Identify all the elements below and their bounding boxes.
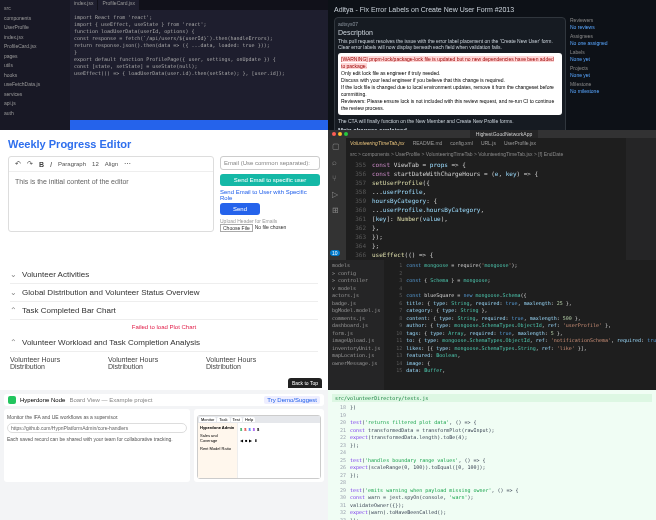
file-item[interactable]: api.js [2,99,68,109]
search-icon[interactable]: ⌕ [332,158,342,168]
file-item[interactable]: mapLocation.js [330,352,382,360]
file-item[interactable]: > controller [330,277,382,285]
close-icon[interactable] [332,132,336,136]
choose-file-button[interactable]: Choose File [220,224,253,232]
column-headers: Volunteer Hours Distribution Volunteer H… [10,356,318,370]
prev-icon[interactable]: ◀ [240,438,243,443]
bold-icon[interactable]: B [39,161,44,168]
file-item[interactable]: dashboard.js [330,322,382,330]
paragraph-select[interactable]: Paragraph [58,161,86,167]
file-item[interactable]: useFetchData.js [2,80,68,90]
browser-preview: Monitor Task Test Help Hyperdone Admin S… [197,415,321,479]
file-item[interactable]: components [2,14,68,24]
file-explorer[interactable]: src components UserProfile index.jsx Pro… [0,0,70,130]
browser-tab[interactable]: Test [231,417,242,422]
file-item[interactable]: comments.js [330,315,382,323]
fontsize-select[interactable]: 12 [92,161,99,167]
editor-content[interactable]: This is the initial content of the edito… [9,172,213,191]
file-item[interactable]: services [2,90,68,100]
align-select[interactable]: Align [105,161,118,167]
back-to-top-button[interactable]: Back to Top [288,378,322,388]
accordion-row[interactable]: ⌃Volunteer Workload and Task Completion … [10,334,318,352]
preview-card: Monitor Task Test Help Hyperdone Admin S… [194,409,324,482]
zoom-icon[interactable] [344,132,348,136]
pause-icon[interactable]: ⏸ [254,438,258,443]
url-input[interactable]: https://github.com/HypnPlatformAdmin/cor… [7,423,187,433]
file-item[interactable]: src [2,4,68,14]
scm-badge[interactable]: 10 [330,250,340,256]
github-pr-page: Aditya - Fix Error Labels on Create New … [328,0,656,130]
more-icon[interactable]: ⋯ [124,160,131,168]
file-item[interactable]: actors.js [330,292,382,300]
browser-tab[interactable]: Task [217,417,229,422]
next-icon[interactable]: ▶ [249,438,252,443]
browser-tab[interactable]: Help [243,417,255,422]
chevron-up-icon: ⌃ [10,306,22,315]
editor-tab[interactable]: URL.js [477,138,500,150]
editor-tab[interactable]: README.md [409,138,447,150]
accordion-row[interactable]: ⌃Task Completed Bar Chart [10,302,318,320]
debug-icon[interactable]: ▷ [332,190,342,200]
alert-line: Discuss with your lead engineer if you b… [341,77,505,83]
editor-tab[interactable]: ProfileCard.jsx [98,0,139,10]
sidebar-heading[interactable]: Milestone [570,81,650,87]
stop-icon[interactable]: ■ [245,438,247,443]
sidebar-item[interactable]: Rent Model Ratio [200,446,235,451]
file-item[interactable]: imageUpload.js [330,337,382,345]
editor-tab[interactable]: config.xml [446,138,477,150]
file-item[interactable]: utils [2,61,68,71]
file-item[interactable]: pages [2,52,68,62]
file-item[interactable]: hooks [2,71,68,81]
file-item[interactable]: badge.js [330,300,382,308]
sidebar-heading[interactable]: Reviewers [570,17,650,23]
file-explorer[interactable]: models> config> controllerv models actor… [328,260,384,390]
minimap[interactable] [626,138,656,260]
breadcrumb[interactable]: src > components > UserProfile > Volunte… [346,150,626,158]
file-item[interactable]: ownerMessage.js [330,360,382,368]
sidebar-heading[interactable]: Projects [570,65,650,71]
description-heading: Description [338,29,562,36]
git-icon[interactable]: ⑂ [332,174,342,184]
italic-icon[interactable]: I [50,161,52,168]
code-area[interactable]: 355const ViewTab = props => {356 const s… [346,158,626,260]
files-icon[interactable]: ▢ [332,142,342,152]
file-item[interactable]: form.js [330,330,382,338]
status-bar[interactable] [70,120,328,130]
file-item[interactable]: index.jsx [2,33,68,43]
main-card: Monitor the IFA and UE workflows as a su… [4,409,190,482]
send-specific-button[interactable]: Send Email to specific user [220,174,320,186]
comment-author[interactable]: adtsys07 [338,21,562,27]
file-item[interactable]: auth [2,109,68,119]
undo-icon[interactable]: ↶ [15,160,21,168]
extensions-icon[interactable]: ⊞ [332,206,342,216]
code-area[interactable]: 18 })1920 test('returns filtered plot da… [332,404,652,520]
note-text: Monitor the IFA and UE workflows as a su… [7,414,187,420]
file-item[interactable]: ProfileCard.jsx [2,42,68,52]
sidebar-heading[interactable]: Labels [570,49,650,55]
vscode-dark-editor: src components UserProfile index.jsx Pro… [0,0,328,130]
alert-line: [WARNING] pnpm-lock/package-lock file is… [341,56,554,69]
email-input[interactable]: Email (Use common separated): [220,156,320,170]
sidebar-item[interactable]: Sales and Coverage [200,433,235,443]
file-tab[interactable]: src/volunteerDirectory/tests.js [332,394,652,402]
file-item[interactable]: UserProfile [2,23,68,33]
send-role-link[interactable]: Send Email to User with Specific Role [220,189,320,201]
code-area[interactable]: 1const mongoose = require('mongoose');23… [384,260,656,390]
accordion-row[interactable]: ⌄Volunteer Activities [10,266,318,284]
accordion-row[interactable]: ⌄Global Distribution and Volunteer Statu… [10,284,318,302]
send-button[interactable]: Send [220,203,260,215]
file-item[interactable]: inventoryUnit.js [330,345,382,353]
code-area[interactable]: import React from 'react'; import { useE… [70,10,328,120]
file-item[interactable]: bgModel.model.js [330,307,382,315]
file-item[interactable]: > config [330,270,382,278]
browser-tab[interactable]: Monitor [199,417,216,422]
file-item[interactable]: v models [330,285,382,293]
editor-tab[interactable]: index.jsx [70,0,97,10]
sidebar-heading[interactable]: Assignees [570,33,650,39]
demo-badge[interactable]: Try Demo/Suggest [264,396,320,404]
minimize-icon[interactable] [338,132,342,136]
editor-tab[interactable]: VolunteeringTimeTab.jsx [346,138,409,150]
editor-tab[interactable]: UserProfile.jsx [500,138,540,150]
redo-icon[interactable]: ↷ [27,160,33,168]
file-item[interactable]: models [330,262,382,270]
